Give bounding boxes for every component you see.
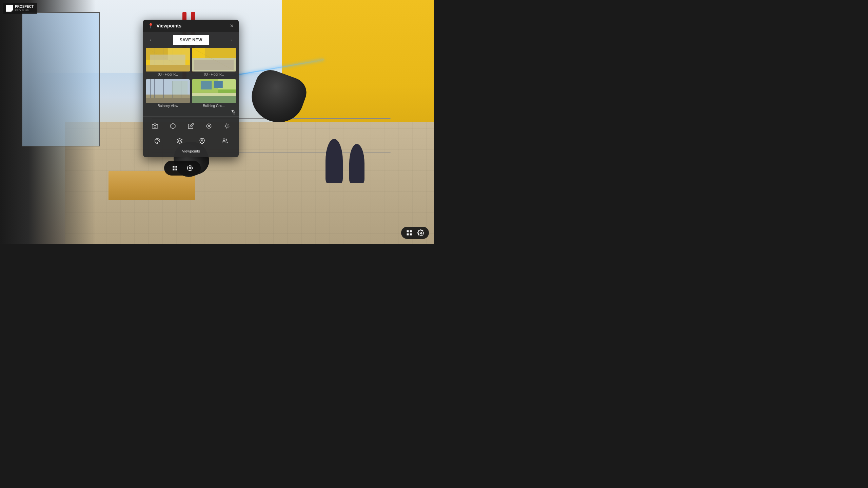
float-grid-button[interactable]: [170, 163, 180, 174]
viewpoint-thumbnail-1: [192, 48, 236, 72]
bottom-right-controls: [401, 227, 429, 239]
viewpoint-item-3[interactable]: Building Cou...: [192, 79, 236, 109]
app-name: PROSPECT: [15, 5, 34, 9]
svg-point-33: [154, 125, 156, 127]
svg-point-36: [226, 125, 229, 127]
bottom-settings-button[interactable]: [417, 229, 425, 237]
bottom-grid-button[interactable]: [405, 229, 413, 237]
light-tool-button[interactable]: [221, 120, 233, 132]
svg-line-44: [229, 124, 229, 124]
palette-tool-button[interactable]: [151, 135, 163, 147]
svg-rect-9: [146, 65, 190, 72]
viewpoint-item-0[interactable]: 03 - Floor P...: [146, 48, 190, 77]
svg-rect-24: [172, 81, 188, 95]
panel-title: Viewpoints: [156, 23, 220, 28]
scroll-down-arrow[interactable]: ▼: [231, 109, 235, 114]
svg-marker-49: [177, 138, 182, 141]
viewpoints-grid: 03 - Floor P... 03 - Floor P...: [143, 48, 239, 111]
logo-text-block: PROSPECT PRO PLUS: [15, 5, 34, 12]
panel-toolbar: Viewpoints: [143, 116, 239, 157]
svg-point-51: [223, 139, 225, 141]
svg-line-40: [229, 127, 229, 128]
svg-rect-57: [407, 230, 409, 232]
camera-tool-button[interactable]: [149, 120, 161, 132]
svg-point-34: [208, 125, 210, 127]
svg-rect-29: [201, 81, 212, 89]
svg-point-35: [207, 124, 212, 128]
viewpoint-thumbnail-2: [146, 79, 190, 103]
svg-point-56: [189, 167, 191, 169]
viewpoint-label-0: 03 - Floor P...: [146, 72, 190, 77]
location-icon: 📍: [148, 23, 154, 28]
svg-line-39: [225, 124, 225, 124]
viewpoint-item-1[interactable]: 03 - Floor P...: [192, 48, 236, 77]
svg-rect-59: [407, 233, 409, 236]
svg-rect-14: [194, 60, 234, 70]
close-button[interactable]: ✕: [230, 23, 234, 28]
model-tool-button[interactable]: [167, 120, 179, 132]
svg-line-43: [225, 127, 225, 128]
svg-point-46: [158, 140, 159, 141]
svg-rect-52: [173, 166, 174, 168]
svg-point-61: [420, 232, 422, 234]
window: [22, 12, 100, 146]
svg-point-50: [201, 140, 203, 141]
floating-controller-bar: [164, 161, 201, 176]
person-silhouette-2: [349, 144, 364, 183]
svg-point-45: [157, 139, 158, 140]
minimize-button[interactable]: —: [222, 24, 226, 27]
viewpoint-label-2: Balcony View: [146, 103, 190, 109]
svg-rect-55: [175, 169, 177, 170]
panel-navigation: ← SAVE NEW →: [143, 32, 239, 48]
app-subtitle: PRO PLUS: [15, 9, 34, 12]
svg-rect-60: [410, 233, 412, 236]
nav-back-arrow[interactable]: ←: [146, 35, 157, 45]
viewpoint-thumbnail-3: [192, 79, 236, 103]
nav-forward-arrow[interactable]: →: [225, 35, 235, 45]
save-new-button[interactable]: SAVE NEW: [173, 35, 209, 45]
toolbar-row-2: [146, 134, 236, 148]
float-settings-button[interactable]: [184, 163, 195, 174]
measure-tool-button[interactable]: [203, 120, 215, 132]
layers-tool-button[interactable]: [174, 135, 186, 147]
panel-header: 📍 Viewpoints — ✕: [143, 20, 239, 32]
person-silhouette-1: [326, 139, 343, 183]
viewpoint-label-1: 03 - Floor P...: [192, 72, 236, 77]
toolbar-row-1: [146, 119, 236, 134]
svg-rect-53: [175, 166, 177, 168]
svg-point-48: [156, 141, 156, 141]
viewpoints-panel: 📍 Viewpoints — ✕ ← SAVE NEW →: [143, 20, 239, 157]
svg-rect-18: [146, 98, 190, 103]
svg-rect-30: [214, 81, 223, 88]
svg-point-47: [156, 140, 157, 140]
viewpoint-item-2[interactable]: Balcony View: [146, 79, 190, 109]
edit-tool-button[interactable]: [185, 120, 197, 132]
app-logo: PROSPECT PRO PLUS: [3, 3, 37, 14]
viewpoint-thumbnail-0: [146, 48, 190, 72]
svg-rect-54: [173, 169, 174, 170]
people-tool-button[interactable]: [219, 135, 231, 147]
logo-icon: [6, 5, 13, 12]
viewpoint-label-3: Building Cou...: [192, 103, 236, 109]
svg-rect-58: [410, 230, 412, 232]
svg-rect-31: [192, 96, 236, 103]
viewpoints-tool-button[interactable]: [196, 135, 208, 147]
active-tool-label: Viewpoints: [146, 148, 236, 155]
